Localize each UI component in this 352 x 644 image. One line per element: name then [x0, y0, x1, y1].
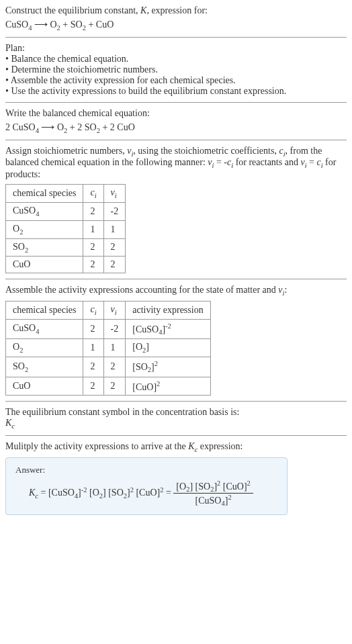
prompt-section: Construct the equilibrium constant, K, e…: [5, 5, 347, 32]
activity-section: Assemble the activity expressions accoun…: [5, 285, 347, 396]
table-cell: CuO: [6, 257, 83, 273]
stoich-table: chemical species ci νi CuSO4 2 -2 O2 1 1…: [5, 184, 126, 273]
prompt-title: Construct the equilibrium constant, K, e…: [5, 5, 347, 16]
table-header: activity expression: [126, 302, 210, 320]
table-header: chemical species: [6, 302, 83, 320]
eqconst-label: The equilibrium constant symbol in the c…: [5, 407, 347, 418]
table-cell: [O2]: [126, 339, 210, 357]
table-cell: O2: [6, 220, 83, 238]
plan-section: Plan: Balance the chemical equation. Det…: [5, 43, 347, 97]
table-cell: CuSO4: [6, 319, 83, 338]
table-cell: 2: [103, 377, 126, 396]
activity-table: chemical species ci νi activity expressi…: [5, 301, 211, 396]
plan-item: Determine the stoichiometric numbers.: [5, 64, 347, 75]
table-cell: 1: [103, 339, 126, 357]
table-header-row: chemical species ci νi: [6, 185, 126, 203]
answer-box: Answer: Kc = [CuSO4]-2 [O2] [SO2]2 [CuO]…: [5, 457, 288, 515]
kc-formula: Kc = [CuSO4]-2 [O2] [SO2]2 [CuO]2 = [O2]…: [15, 479, 277, 508]
table-cell: [CuSO4]-2: [126, 319, 210, 338]
table-cell: 2: [83, 377, 103, 396]
balanced-equation: 2 CuSO4 ⟶ O2 + 2 SO2 + 2 CuO: [5, 122, 347, 134]
table-cell: -2: [103, 319, 126, 338]
divider: [5, 401, 347, 402]
plan-item: Use the activity expressions to build th…: [5, 86, 347, 97]
divider: [5, 279, 347, 279]
balanced-label: Write the balanced chemical equation:: [5, 108, 347, 119]
stoich-text: Assign stoichiometric numbers, νi, using…: [5, 146, 347, 181]
table-row: CuSO4 2 -2: [6, 202, 126, 220]
table-cell: CuO: [6, 377, 83, 396]
table-header: chemical species: [6, 185, 83, 203]
table-row: CuO 2 2: [6, 257, 126, 273]
table-cell: 2: [83, 202, 103, 220]
table-header-row: chemical species ci νi activity expressi…: [6, 302, 211, 320]
table-row: CuO 2 2 [CuO]2: [6, 377, 211, 396]
divider: [5, 37, 347, 38]
eqconst-section: The equilibrium constant symbol in the c…: [5, 407, 347, 430]
unbalanced-equation: CuSO4 ⟶ O2 + SO2 + CuO: [5, 19, 347, 32]
table-row: O2 1 1: [6, 220, 126, 238]
multiply-section: Mulitply the activity expressions to arr…: [5, 441, 347, 515]
activity-label: Assemble the activity expressions accoun…: [5, 285, 347, 297]
table-cell: 1: [83, 220, 103, 238]
table-cell: 1: [83, 339, 103, 357]
table-header: νi: [103, 185, 126, 203]
plan-item: Assemble the activity expression for eac…: [5, 75, 347, 86]
table-row: SO2 2 2 [SO2]2: [6, 357, 211, 377]
stoich-section: Assign stoichiometric numbers, νi, using…: [5, 146, 347, 274]
table-cell: 2: [83, 257, 103, 273]
table-cell: [SO2]2: [126, 357, 210, 377]
answer-label: Answer:: [15, 465, 277, 475]
divider: [5, 140, 347, 140]
table-cell: -2: [103, 202, 126, 220]
table-cell: [CuO]2: [126, 377, 210, 396]
table-cell: 2: [103, 357, 126, 377]
plan-list: Balance the chemical equation. Determine…: [5, 54, 347, 97]
divider: [5, 102, 347, 103]
table-row: O2 1 1 [O2]: [6, 339, 211, 357]
plan-label: Plan:: [5, 43, 347, 54]
table-cell: 2: [83, 319, 103, 338]
table-row: CuSO4 2 -2 [CuSO4]-2: [6, 319, 211, 338]
table-cell: 1: [103, 220, 126, 238]
table-cell: 2: [83, 357, 103, 377]
divider: [5, 435, 347, 436]
table-cell: 2: [103, 257, 126, 273]
table-cell: SO2: [6, 238, 83, 257]
kc-symbol: Kc: [5, 418, 347, 430]
balanced-section: Write the balanced chemical equation: 2 …: [5, 108, 347, 134]
table-header: νi: [103, 302, 126, 320]
table-header: ci: [83, 302, 103, 320]
table-cell: 2: [103, 238, 126, 257]
plan-item: Balance the chemical equation.: [5, 54, 347, 64]
table-row: SO2 2 2: [6, 238, 126, 257]
table-header: ci: [83, 185, 103, 203]
table-cell: SO2: [6, 357, 83, 377]
table-cell: O2: [6, 339, 83, 357]
multiply-label: Mulitply the activity expressions to arr…: [5, 441, 347, 453]
table-cell: 2: [83, 238, 103, 257]
table-cell: CuSO4: [6, 202, 83, 220]
